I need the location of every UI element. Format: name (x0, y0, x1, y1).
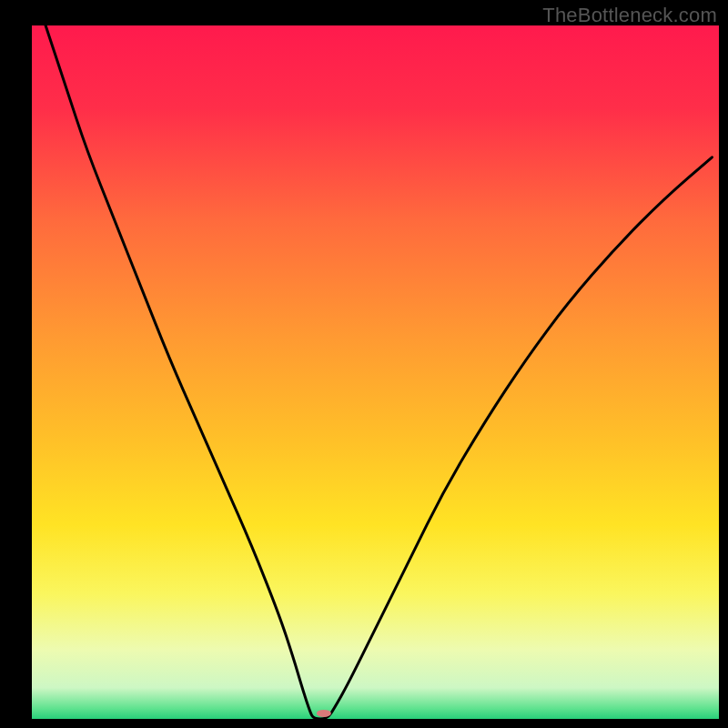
chart-frame: TheBottleneck.com (0, 0, 728, 728)
plot-background (32, 25, 719, 719)
optimal-point-marker (317, 710, 331, 717)
watermark-label: TheBottleneck.com (542, 4, 717, 27)
bottleneck-chart (0, 0, 728, 728)
